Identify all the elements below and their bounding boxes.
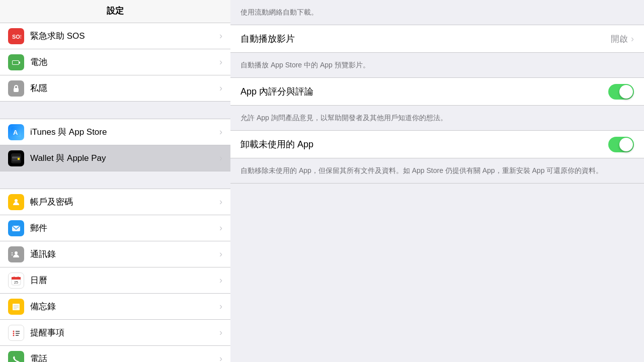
uninstall-section: 卸載未使用的 App (230, 131, 644, 158)
wallet-icon (8, 150, 24, 166)
auto-play-chevron: › (631, 34, 634, 44)
sidebar-label-sos: 緊急求助 SOS (30, 30, 219, 42)
main-panel: 使用流動網絡自動下載。 自動播放影片 開啟 › 自動播放 App Store 中… (230, 0, 644, 362)
svg-point-31 (13, 330, 15, 332)
svg-rect-3 (13, 61, 19, 64)
chevron-icon-calendar: › (219, 275, 222, 286)
svg-rect-2 (19, 61, 20, 63)
top-description-section: 使用流動網絡自動下載。 (230, 0, 644, 25)
appstore-icon: A (8, 124, 24, 140)
sidebar: 設定 SOS 緊急求助 SOS › 電池 › (0, 0, 230, 362)
ratings-row[interactable]: App 內評分與評論 (230, 78, 644, 105)
uninstall-toggle[interactable] (608, 137, 634, 152)
sidebar-item-privacy[interactable]: 私隱 › (0, 75, 230, 102)
chevron-icon-appstore: › (219, 127, 222, 137)
svg-point-33 (13, 334, 15, 336)
chevron-icon-account: › (219, 197, 222, 207)
sidebar-item-wallet[interactable]: Wallet 與 Apple Pay › (0, 145, 230, 171)
top-desc-text: 使用流動網絡自動下載。 (240, 8, 318, 16)
chevron-icon-privacy: › (219, 83, 222, 94)
sos-icon: SOS (8, 28, 24, 44)
chevron-icon-sos: › (219, 31, 222, 41)
uninstall-row[interactable]: 卸載未使用的 App (230, 131, 644, 158)
sidebar-label-reminders: 提醒事項 (30, 327, 219, 338)
sidebar-list: SOS 緊急求助 SOS › 電池 › (0, 23, 230, 362)
battery-icon (8, 54, 24, 70)
sidebar-label-privacy: 私隱 (30, 82, 219, 94)
uninstall-toggle-knob (619, 138, 633, 151)
svg-rect-17 (12, 252, 13, 253)
sidebar-item-battery[interactable]: 電池 › (0, 49, 230, 75)
auto-play-row[interactable]: 自動播放影片 開啟 › (230, 25, 644, 52)
sidebar-item-phone[interactable]: 電話 › (0, 346, 230, 362)
chevron-icon-notes: › (219, 301, 222, 312)
ratings-label: App 內評分與評論 (240, 85, 608, 98)
uninstall-desc-text: 自動移除未使用的 App，但保留其所有文件及資料。如 App Store 仍提供… (240, 166, 603, 174)
sidebar-label-calendar: 日曆 (30, 275, 219, 286)
svg-rect-21 (12, 278, 21, 280)
svg-rect-4 (14, 88, 19, 92)
auto-play-label: 自動播放影片 (240, 33, 611, 45)
svg-point-12 (15, 199, 18, 202)
sidebar-item-appstore[interactable]: A iTunes 與 App Store › (0, 119, 230, 145)
chevron-icon-phone: › (219, 353, 222, 362)
sidebar-label-phone: 電話 (30, 353, 219, 362)
sidebar-item-calendar[interactable]: 25 日曆 › (0, 267, 230, 294)
svg-rect-10 (18, 158, 20, 160)
auto-play-desc-section: 自動播放 App Store 中的 App 預覽影片。 (230, 53, 644, 78)
sidebar-label-appstore: iTunes 與 App Store (30, 126, 219, 138)
mail-icon (8, 220, 24, 236)
chevron-icon-mail: › (219, 223, 222, 233)
auto-play-section: 自動播放影片 開啟 › (230, 25, 644, 53)
phone-icon (8, 351, 24, 363)
chevron-icon-wallet: › (219, 153, 222, 163)
ratings-toggle[interactable] (608, 84, 634, 100)
ratings-toggle-knob (619, 85, 633, 99)
sidebar-title: 設定 (107, 6, 124, 16)
sidebar-label-wallet: Wallet 與 Apple Pay (30, 152, 219, 164)
chevron-icon-contacts: › (219, 249, 222, 259)
section-divider-2 (0, 171, 230, 189)
uninstall-desc-section: 自動移除未使用的 App，但保留其所有文件及資料。如 App Store 仍提供… (230, 158, 644, 184)
notes-icon (8, 299, 24, 315)
section-divider-1 (0, 102, 230, 119)
sidebar-item-account[interactable]: 帳戶及密碼 › (0, 189, 230, 215)
sidebar-label-battery: 電池 (30, 56, 219, 68)
sidebar-label-account: 帳戶及密碼 (30, 196, 219, 208)
account-icon (8, 194, 24, 210)
chevron-icon-battery: › (219, 57, 222, 67)
sidebar-item-contacts[interactable]: 通訊錄 › (0, 241, 230, 267)
svg-text:25: 25 (14, 281, 18, 284)
ratings-desc-section: 允許 App 詢問產品意見，以幫助開發者及其他用戶知道你的想法。 (230, 106, 644, 131)
svg-point-16 (15, 251, 18, 254)
sidebar-item-notes[interactable]: 備忘錄 › (0, 294, 230, 320)
sidebar-label-contacts: 通訊錄 (30, 248, 219, 260)
contacts-icon (8, 246, 24, 262)
privacy-icon (8, 80, 24, 97)
svg-text:SOS: SOS (12, 34, 21, 40)
sidebar-label-mail: 郵件 (30, 222, 219, 234)
sidebar-item-mail[interactable]: 郵件 › (0, 215, 230, 241)
auto-play-desc-text: 自動播放 App Store 中的 App 預覽影片。 (240, 61, 370, 69)
svg-text:A: A (13, 129, 18, 136)
reminders-icon (8, 325, 24, 341)
sidebar-item-sos[interactable]: SOS 緊急求助 SOS › (0, 23, 230, 49)
auto-play-value: 開啟 (611, 33, 628, 45)
ratings-desc-text: 允許 App 詢問產品意見，以幫助開發者及其他用戶知道你的想法。 (240, 114, 447, 122)
ratings-section: App 內評分與評論 (230, 78, 644, 106)
sidebar-item-reminders[interactable]: 提醒事項 › (0, 320, 230, 346)
svg-rect-18 (12, 254, 13, 255)
sidebar-header: 設定 (0, 0, 230, 23)
svg-rect-30 (11, 328, 21, 338)
sidebar-label-notes: 備忘錄 (30, 301, 219, 312)
svg-point-32 (13, 332, 15, 334)
uninstall-label: 卸載未使用的 App (240, 138, 608, 150)
chevron-icon-reminders: › (219, 327, 222, 338)
calendar-icon: 25 (8, 273, 24, 289)
